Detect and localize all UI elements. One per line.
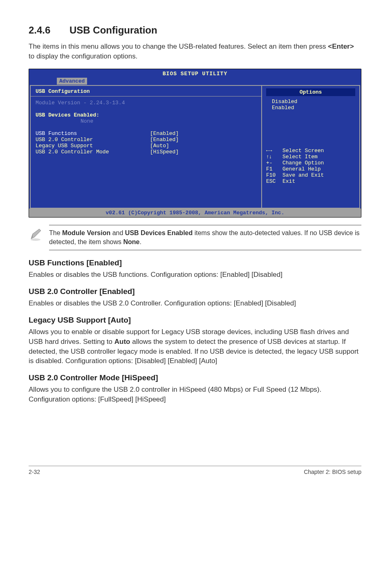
sub-body-legacy-usb: Allows you to enable or disable support … — [29, 327, 361, 366]
bios-row-usb-functions: USB Functions [Enabled] — [36, 130, 256, 137]
sub-heading-controller-mode: USB 2.0 Controller Mode [HiSpeed] — [29, 373, 361, 382]
bios-row-label: USB 2.0 Controller Mode — [36, 149, 150, 155]
note-tail: . — [139, 238, 141, 245]
help-key: F10 — [266, 172, 282, 178]
help-key: ←→ — [266, 148, 282, 154]
help-text: Change Option — [282, 160, 324, 166]
help-text: General Help — [282, 166, 321, 172]
bios-row-usb-controller: USB 2.0 Controller [Enabled] — [36, 137, 256, 143]
bios-module-version: Module Version - 2.24.3-13.4 — [36, 100, 256, 106]
bios-title-bar: BIOS SETUP UTILITY — [29, 69, 361, 78]
note-bold-module: Module Version — [62, 229, 110, 236]
bios-option-disabled: Disabled — [266, 99, 355, 105]
bios-devices-value: None — [36, 118, 256, 124]
footer-page-number: 2-32 — [29, 469, 40, 475]
bios-tab-advanced: Advanced — [57, 78, 87, 85]
note-bold-devices: USB Devices Enabled — [125, 229, 193, 236]
bios-copyright-footer: v02.61 (C)Copyright 1985-2008, American … — [29, 209, 361, 217]
footer-chapter: Chapter 2: BIOS setup — [304, 469, 361, 475]
help-key: ESC — [266, 178, 282, 184]
divider — [31, 96, 261, 97]
bios-row-label: Legacy USB Support — [36, 143, 150, 149]
s3-bold-auto: Auto — [114, 338, 130, 346]
bios-left-panel: USB Configuration Module Version - 2.24.… — [30, 85, 261, 209]
bios-row-value: [Enabled] — [150, 130, 179, 137]
sub-body-usb-controller: Enables or disables the USB 2.0 Controll… — [29, 298, 361, 308]
bios-help-block: ←→Select Screen ↑↓Select Item +-Change O… — [266, 148, 355, 184]
note-text: The Module Version and USB Devices Enabl… — [49, 225, 361, 251]
bios-help-line: +-Change Option — [266, 160, 355, 166]
bios-right-panel: Options Disabled Enabled ←→Select Screen… — [261, 85, 360, 209]
sub-heading-usb-controller: USB 2.0 Controller [Enabled] — [29, 287, 361, 296]
sub-heading-usb-functions: USB Functions [Enabled] — [29, 258, 361, 267]
bios-panel-header: USB Configuration — [36, 88, 256, 94]
bios-help-line: ←→Select Screen — [266, 148, 355, 154]
note-mid1: and — [110, 229, 125, 236]
help-text: Save and Exit — [282, 172, 324, 178]
section-title-text: USB Configuration — [69, 25, 157, 36]
note-bold-none: None — [123, 238, 139, 245]
help-key: F1 — [266, 166, 282, 172]
bios-main-area: USB Configuration Module Version - 2.24.… — [29, 85, 361, 209]
bios-help-line: ↑↓Select Item — [266, 154, 355, 160]
svg-point-0 — [31, 238, 40, 241]
bios-help-line: F1General Help — [266, 166, 355, 172]
section-number: 2.4.6 — [29, 25, 69, 36]
bios-help-line: F10Save and Exit — [266, 172, 355, 178]
help-key: +- — [266, 160, 282, 166]
note-pre: The — [49, 229, 62, 236]
intro-key: <Enter> — [328, 43, 354, 50]
bios-tab-row: Advanced — [29, 78, 361, 85]
help-text: Select Screen — [282, 148, 324, 154]
bios-row-value: [Auto] — [150, 143, 169, 149]
bios-options-title: Options — [266, 88, 355, 96]
intro-paragraph: The items in this menu allows you to cha… — [29, 42, 361, 61]
bios-row-legacy-usb: Legacy USB Support [Auto] — [36, 143, 256, 149]
bios-help-line: ESCExit — [266, 178, 355, 184]
help-text: Select Item — [282, 154, 318, 160]
intro-text: The items in this menu allows you to cha… — [29, 43, 328, 50]
sub-body-controller-mode: Allows you to configure the USB 2.0 cont… — [29, 385, 361, 404]
note-block: The Module Version and USB Devices Enabl… — [29, 225, 361, 251]
bios-row-label: USB 2.0 Controller — [36, 137, 150, 143]
bios-option-enabled: Enabled — [266, 105, 355, 111]
help-key: ↑↓ — [266, 154, 282, 160]
sub-body-usb-functions: Enables or disables the USB functions. C… — [29, 270, 361, 280]
bios-row-value: [Enabled] — [150, 137, 179, 143]
intro-tail: to display the configuration options. — [29, 52, 138, 60]
bios-row-controller-mode: USB 2.0 Controller Mode [HiSpeed] — [36, 149, 256, 155]
svg-marker-1 — [31, 229, 41, 239]
sub-heading-legacy-usb: Legacy USB Support [Auto] — [29, 316, 361, 325]
help-text: Exit — [282, 178, 295, 184]
section-heading: 2.4.6USB Configuration — [29, 25, 361, 36]
page-footer: 2-32 Chapter 2: BIOS setup — [29, 466, 361, 475]
bios-row-value: [HiSpeed] — [150, 149, 179, 155]
bios-devices-label: USB Devices Enabled: — [36, 112, 256, 118]
bios-row-label: USB Functions — [36, 130, 150, 137]
bios-screenshot: BIOS SETUP UTILITY Advanced USB Configur… — [29, 69, 361, 218]
pencil-icon — [29, 225, 45, 241]
